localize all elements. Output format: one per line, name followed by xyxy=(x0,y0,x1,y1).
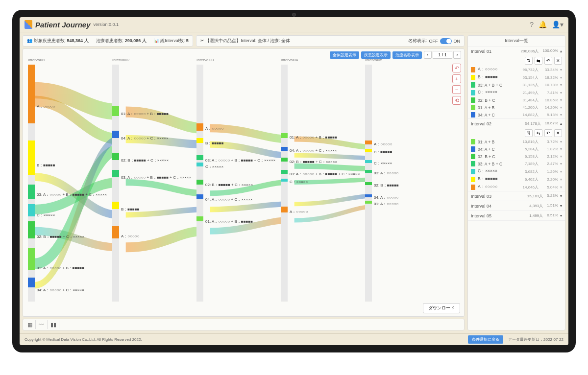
btn-zentai[interactable]: 全体設定表示 xyxy=(330,51,359,59)
stat3-value: 5 xyxy=(186,38,189,43)
reset-button[interactable]: ⟲ xyxy=(452,96,461,105)
interval-row[interactable]: 03: A + B + C7,189人2.47%▾ xyxy=(468,160,565,167)
interval-row[interactable]: 02: B + C31,484人10.85%▾ xyxy=(468,96,565,104)
seg[interactable] xyxy=(281,133,288,138)
help-icon[interactable]: ? xyxy=(530,21,534,28)
seg[interactable] xyxy=(112,106,119,116)
sort-icon[interactable]: ⇅ xyxy=(525,57,533,65)
selection-header: ✂ 【選択中の品点】Interval: 全体 / 治療: 全体 名称表示: OF… xyxy=(196,35,465,47)
seg-c[interactable] xyxy=(28,204,35,216)
interval-row[interactable]: 04: A + C5,284人1.82%▾ xyxy=(468,145,565,153)
stats-box: 👥 対象疾患患者数: 548,364 人 治療者患者数: 290,086 人 📊… xyxy=(23,35,193,47)
page-next[interactable]: › xyxy=(453,51,461,59)
seg[interactable] xyxy=(112,170,119,177)
app-header: Patient Journey version:0.0.1 ? 🔔 👤▾ xyxy=(20,17,568,32)
seg[interactable] xyxy=(196,123,203,131)
tab-line[interactable]: 〰 xyxy=(36,320,48,329)
seg[interactable] xyxy=(365,170,372,173)
interval-row[interactable]: 04: A + C14,882人5.13%▾ xyxy=(468,111,565,118)
undo-icon[interactable]: ↶ xyxy=(544,57,552,65)
back-to-conditions-button[interactable]: 条件選択に戻る xyxy=(468,335,503,344)
seg[interactable] xyxy=(196,180,203,185)
last-update: データ最終更新日：2022-07-22 xyxy=(508,337,564,342)
seg-01[interactable] xyxy=(28,248,35,270)
seg[interactable] xyxy=(112,153,119,160)
zoom-in-button[interactable]: + xyxy=(452,74,461,83)
interval-row[interactable]: A：○○○○○14,646人5.04%▾ xyxy=(468,183,565,191)
seg[interactable] xyxy=(365,149,372,152)
zoom-out-button[interactable]: − xyxy=(452,85,461,94)
seg[interactable] xyxy=(365,141,372,144)
tab-bar[interactable]: ▮▮ xyxy=(48,320,59,329)
seg[interactable] xyxy=(112,226,119,238)
lbl: 02: B：■■■■■ + C：××××× xyxy=(121,158,169,163)
seg[interactable] xyxy=(365,182,372,185)
lbl: 03: A：○○○○○ + B：■■■■■ + C：××××× xyxy=(205,158,275,163)
interval-row[interactable]: 01: A + B41,200人14.20%▾ xyxy=(468,104,565,111)
col1-header: Interval01 xyxy=(28,58,112,62)
interval-header[interactable]: Interval 0254,178人18.67%▴ xyxy=(468,119,565,128)
seg[interactable] xyxy=(365,201,372,204)
seg[interactable] xyxy=(196,138,203,143)
interval-header[interactable]: Interval 051,499人0.51%▾ xyxy=(468,211,565,220)
user-icon[interactable]: 👤▾ xyxy=(552,21,564,28)
seg[interactable] xyxy=(112,131,119,138)
name-display-toggle[interactable] xyxy=(440,38,452,44)
interval-row[interactable]: C：×××××21,499人7.41%▾ xyxy=(468,89,565,96)
interval-row[interactable]: B：■■■■■6,402人2.20%▾ xyxy=(468,175,565,183)
seg[interactable] xyxy=(196,163,203,166)
lbl: 03: A：○○○○○ + B：■■■■■ + C：××××× xyxy=(37,192,107,197)
page-input[interactable] xyxy=(433,51,452,59)
seg[interactable] xyxy=(196,216,203,221)
interval-row[interactable]: B：■■■■■53,154人18.32%▾ xyxy=(468,73,565,81)
swap-icon[interactable]: ⇆ xyxy=(535,129,542,137)
swap-icon[interactable]: ⇆ xyxy=(535,57,542,65)
interval-header[interactable]: Interval 0315,183人5.23%▾ xyxy=(468,191,565,201)
lbl: 02: B：■■■■■ + C：××××× xyxy=(37,234,84,239)
btn-chiryo[interactable]: 治療名称表示 xyxy=(392,51,422,59)
page-prev[interactable]: ‹ xyxy=(424,51,432,59)
seg[interactable] xyxy=(281,170,288,174)
interval-row[interactable]: 03: A + B + C31,135人10.73%▾ xyxy=(468,81,565,89)
col3-header: Interval03 xyxy=(196,58,281,62)
lbl: 04: A：○○○○○ + C：××××× xyxy=(205,197,253,202)
seg[interactable] xyxy=(365,194,372,197)
stat3-label: 総Interval数: xyxy=(160,38,185,43)
interval-header[interactable]: Interval 044,393人1.51%▾ xyxy=(468,201,565,211)
interval-row[interactable]: 02: B + C6,158人2.12%▾ xyxy=(468,153,565,160)
undo-icon[interactable]: ↶ xyxy=(544,129,552,137)
color-swatch xyxy=(471,75,475,80)
seg[interactable] xyxy=(281,207,288,212)
seg[interactable] xyxy=(281,179,288,182)
interval-row[interactable]: A：○○○○○96,732人33.34%▾ xyxy=(468,66,565,73)
stat1-label: 対象疾患患者数: xyxy=(34,38,66,43)
sort-icon[interactable]: ⇅ xyxy=(525,129,533,137)
seg-02[interactable] xyxy=(28,221,35,238)
seg[interactable] xyxy=(365,160,372,163)
interval-header[interactable]: Interval 01290,086人100.00%▴ xyxy=(468,47,565,56)
color-swatch xyxy=(471,177,475,182)
seg-b[interactable] xyxy=(28,141,35,175)
lbl: A：○○○○○ xyxy=(121,234,140,239)
seg[interactable] xyxy=(196,155,203,160)
seg-03[interactable] xyxy=(28,185,35,199)
seg[interactable] xyxy=(112,202,119,209)
seg[interactable] xyxy=(281,147,288,151)
interval-row[interactable]: 01: A + B10,816人3.72%▾ xyxy=(468,138,565,145)
close-icon[interactable]: ✕ xyxy=(554,57,562,65)
color-swatch xyxy=(471,154,475,159)
seg[interactable] xyxy=(196,194,203,199)
lbl: A：○○○○○ xyxy=(205,126,224,131)
bell-icon[interactable]: 🔔 xyxy=(539,21,547,28)
btn-shikkan[interactable]: 疾患設定表示 xyxy=(361,51,391,59)
col1-bar: A：○○○○○ B：■■■■■ 03: A：○○○○○ + B：■■■■■ + … xyxy=(28,65,35,302)
close-icon[interactable]: ✕ xyxy=(554,129,562,137)
seg-04[interactable] xyxy=(28,278,35,287)
seg[interactable] xyxy=(281,158,288,162)
toggle-on: ON xyxy=(454,39,461,44)
download-button[interactable]: ダウンロード xyxy=(423,303,460,313)
interval-row[interactable]: C：×××××3,682人1.26%▾ xyxy=(468,167,565,175)
seg-a[interactable] xyxy=(28,65,35,123)
tab-table[interactable]: ▦ xyxy=(24,320,36,329)
undo-button[interactable]: ↶ xyxy=(452,64,461,72)
